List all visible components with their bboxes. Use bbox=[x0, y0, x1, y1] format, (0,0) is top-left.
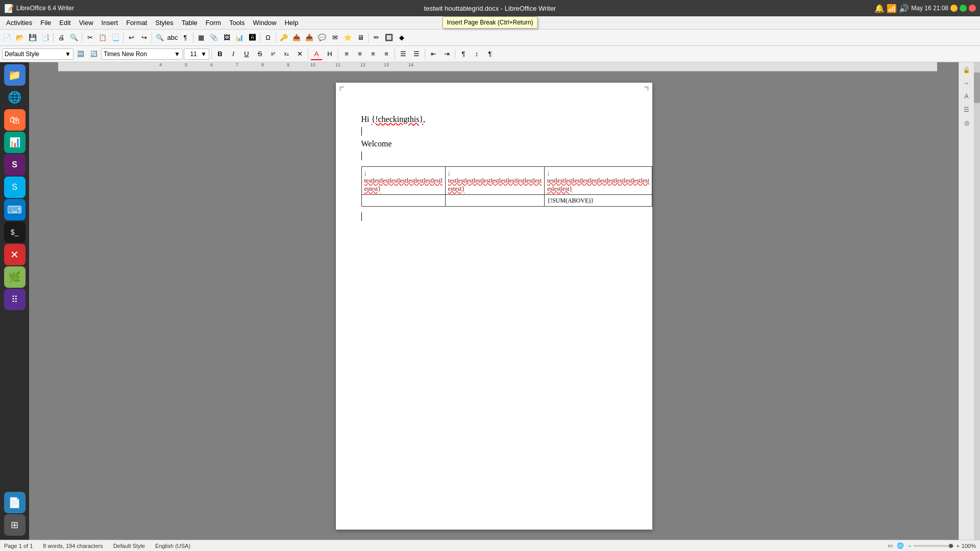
extension-button[interactable]: ⭐ bbox=[341, 32, 354, 44]
strikethrough-button[interactable]: S bbox=[254, 48, 266, 60]
indent-button[interactable]: ⇥ bbox=[440, 48, 453, 60]
fontwork-button[interactable]: 🅰 bbox=[246, 32, 258, 44]
spellcheck-button[interactable]: abc bbox=[166, 32, 179, 44]
zoom-in-button[interactable]: + bbox=[956, 543, 959, 549]
number-list-button[interactable]: ☰ bbox=[410, 48, 423, 60]
table-cell-r1c3[interactable]: ¡ testlestlestlestlestlestlestlestlestle… bbox=[545, 167, 652, 195]
font-color-button[interactable]: A bbox=[310, 48, 323, 60]
minimize-button[interactable] bbox=[950, 5, 958, 12]
sidebar-item-mint[interactable]: 🌿 bbox=[4, 266, 26, 288]
draw-button[interactable]: ✏ bbox=[370, 32, 382, 44]
redo-button[interactable]: ↪ bbox=[138, 32, 150, 44]
paste-button[interactable]: 📃 bbox=[109, 32, 121, 44]
superscript-button[interactable]: x² bbox=[267, 48, 279, 60]
document-area[interactable]: 4 5 6 7 8 9 10 11 12 13 14 Hi {!checking… bbox=[29, 62, 959, 540]
sidebar-item-software[interactable]: 🛍 bbox=[4, 109, 26, 131]
menu-activities[interactable]: Activities bbox=[2, 18, 36, 28]
preview-button[interactable]: 🔍 bbox=[68, 32, 80, 44]
special-char-button[interactable]: Ω bbox=[262, 32, 274, 44]
doc-line-2[interactable] bbox=[361, 126, 627, 138]
zoom-slider[interactable] bbox=[913, 545, 954, 547]
align-left-button[interactable]: ≡ bbox=[340, 48, 353, 60]
sidebar-item-vscode[interactable]: ⌨ bbox=[4, 199, 26, 220]
align-right-button[interactable]: ≡ bbox=[367, 48, 379, 60]
comment-button[interactable]: 💬 bbox=[316, 32, 328, 44]
view-web-icon[interactable]: 🌐 bbox=[897, 542, 904, 549]
close-button[interactable] bbox=[969, 5, 976, 12]
maximize-button[interactable] bbox=[960, 5, 967, 12]
new-style-button[interactable]: 🆕 bbox=[75, 48, 87, 60]
menu-window[interactable]: Window bbox=[249, 18, 280, 28]
subscript-button[interactable]: x₂ bbox=[280, 48, 292, 60]
basic-shapes-button[interactable]: ◆ bbox=[396, 32, 408, 44]
screen-button[interactable]: 🖥 bbox=[354, 32, 366, 44]
para-settings-button[interactable]: ¶ bbox=[484, 48, 496, 60]
copy-button[interactable]: 📋 bbox=[96, 32, 109, 44]
table-cell-r2c2[interactable] bbox=[445, 195, 544, 207]
navigator-icon[interactable]: ☰ bbox=[961, 104, 972, 115]
doc-line-1[interactable]: Hi {!checkingthis}, bbox=[361, 113, 627, 126]
sidebar-item-doc[interactable]: 📄 bbox=[4, 492, 26, 513]
doc-line-5[interactable] bbox=[361, 211, 627, 223]
outdent-button[interactable]: ⇤ bbox=[427, 48, 439, 60]
save-button[interactable]: 💾 bbox=[27, 32, 39, 44]
document-table[interactable]: ¡ testlestlestlestlestlestlestlestlestle… bbox=[361, 166, 653, 207]
menu-insert[interactable]: Insert bbox=[97, 18, 122, 28]
window-controls[interactable]: 🔔 📶 🔊 May 16 21:08 bbox=[874, 4, 976, 13]
sidebar-item-chrome[interactable]: 🌐 bbox=[4, 87, 26, 108]
new-button[interactable]: 📄 bbox=[1, 32, 13, 44]
sidebar-item-files[interactable]: 📁 bbox=[4, 64, 26, 86]
menu-styles[interactable]: Styles bbox=[151, 18, 177, 28]
sidebar-item-terminal[interactable]: $_ bbox=[4, 221, 26, 243]
styles-icon[interactable]: ↔ bbox=[961, 78, 972, 89]
para-spacing-button[interactable]: ¶ bbox=[457, 48, 470, 60]
cut-button[interactable]: ✂ bbox=[84, 32, 96, 44]
undo-button[interactable]: ↩ bbox=[125, 32, 137, 44]
track-changes-button[interactable]: ✉ bbox=[329, 32, 341, 44]
line-spacing-button[interactable]: ↕ bbox=[471, 48, 483, 60]
saveas-button[interactable]: 📑 bbox=[39, 32, 52, 44]
menu-edit[interactable]: Edit bbox=[55, 18, 75, 28]
sidebar-item-apps[interactable]: ⊞ bbox=[4, 514, 26, 536]
italic-button[interactable]: I bbox=[227, 48, 239, 60]
export-pdf-button[interactable]: 📤 bbox=[290, 32, 303, 44]
scroll-thumb[interactable] bbox=[974, 72, 980, 103]
table-cell-r2c3[interactable]: {!SUM(ABOVE)} bbox=[545, 195, 652, 207]
menu-format[interactable]: Format bbox=[122, 18, 151, 28]
bold-button[interactable]: B bbox=[214, 48, 226, 60]
sidebar-item-slack[interactable]: S bbox=[4, 154, 26, 176]
menu-view[interactable]: View bbox=[75, 18, 97, 28]
email-button[interactable]: 📥 bbox=[303, 32, 315, 44]
zoom-out-button[interactable]: − bbox=[908, 543, 911, 549]
table-button[interactable]: ▦ bbox=[195, 32, 207, 44]
frame-button[interactable]: 📎 bbox=[208, 32, 220, 44]
open-button[interactable]: 📂 bbox=[14, 32, 26, 44]
paragraph-style-dropdown[interactable]: Default Style ▼ bbox=[2, 48, 74, 60]
table-cell-r1c1[interactable]: ¡ testlestlestlestlestlestlestlestlestle… bbox=[361, 167, 445, 195]
menu-file[interactable]: File bbox=[36, 18, 55, 28]
functions-icon[interactable]: ◎ bbox=[961, 117, 972, 129]
vertical-scrollbar[interactable] bbox=[974, 62, 980, 540]
font-size-dropdown[interactable]: 11 ▼ bbox=[184, 48, 209, 60]
shapes-button[interactable]: 🔲 bbox=[383, 32, 395, 44]
print-button[interactable]: 🖨 bbox=[55, 32, 67, 44]
view-normal-icon[interactable]: ▭ bbox=[888, 542, 893, 549]
document-page[interactable]: Hi {!checkingthis}, Welcome ¡ bbox=[336, 83, 652, 530]
sidebar-item-skype[interactable]: S bbox=[4, 177, 26, 198]
properties-icon[interactable]: 🔒 bbox=[961, 64, 972, 76]
sidebar-item-circle-x[interactable]: ✕ bbox=[4, 244, 26, 265]
align-center-button[interactable]: ≡ bbox=[354, 48, 366, 60]
sidebar-item-purple-dots[interactable]: ⠿ bbox=[4, 289, 26, 310]
menu-table[interactable]: Table bbox=[178, 18, 202, 28]
underline-button[interactable]: U bbox=[240, 48, 253, 60]
update-style-button[interactable]: 🔄 bbox=[88, 48, 100, 60]
align-justify-button[interactable]: ≡ bbox=[380, 48, 393, 60]
sidebar-item-libre[interactable]: 📊 bbox=[4, 132, 26, 153]
gallery-icon[interactable]: A bbox=[961, 91, 972, 102]
table-cell-r2c1[interactable] bbox=[361, 195, 445, 207]
nonprint-button[interactable]: ¶ bbox=[179, 32, 191, 44]
highlight-button[interactable]: H bbox=[324, 48, 336, 60]
clear-format-button[interactable]: ✕ bbox=[293, 48, 306, 60]
menu-tools[interactable]: Tools bbox=[225, 18, 249, 28]
find-button[interactable]: 🔍 bbox=[154, 32, 166, 44]
